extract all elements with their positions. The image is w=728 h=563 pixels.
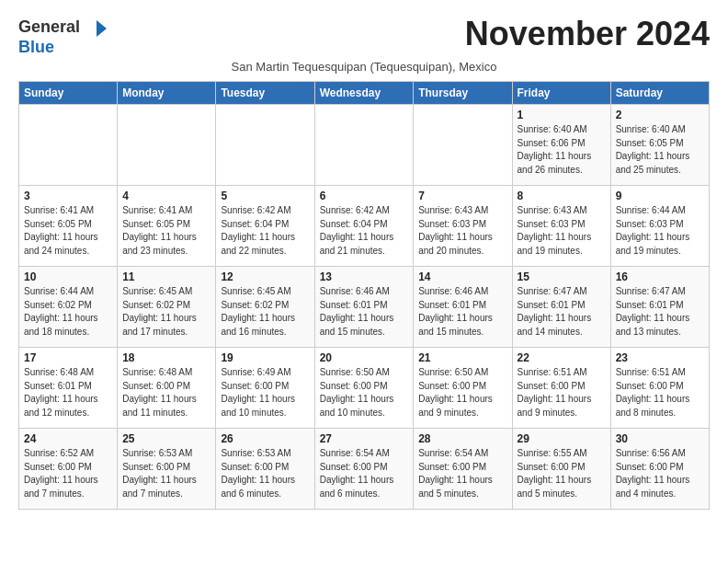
day-info: Sunrise: 6:45 AMSunset: 6:02 PMDaylight:… (122, 285, 210, 339)
calendar-cell: 18Sunrise: 6:48 AMSunset: 6:00 PMDayligh… (118, 348, 216, 429)
calendar-cell: 23Sunrise: 6:51 AMSunset: 6:00 PMDayligh… (610, 348, 709, 429)
day-info: Sunrise: 6:47 AMSunset: 6:01 PMDaylight:… (518, 285, 606, 339)
day-info: Sunrise: 6:50 AMSunset: 6:00 PMDaylight:… (418, 366, 506, 419)
calendar-cell (414, 105, 512, 186)
calendar-cell: 8Sunrise: 6:43 AMSunset: 6:03 PMDaylight… (512, 186, 610, 267)
calendar-cell: 14Sunrise: 6:46 AMSunset: 6:01 PMDayligh… (414, 267, 512, 348)
day-info: Sunrise: 6:44 AMSunset: 6:03 PMDaylight:… (616, 204, 704, 258)
day-number: 20 (320, 351, 409, 364)
day-info: Sunrise: 6:51 AMSunset: 6:00 PMDaylight:… (616, 366, 704, 419)
day-info: Sunrise: 6:43 AMSunset: 6:03 PMDaylight:… (418, 204, 506, 258)
day-number: 16 (616, 270, 704, 283)
day-info: Sunrise: 6:48 AMSunset: 6:00 PMDaylight:… (122, 366, 210, 419)
logo: General Blue (18, 18, 107, 56)
day-number: 5 (221, 190, 309, 202)
day-number: 23 (616, 351, 704, 364)
calendar-cell: 21Sunrise: 6:50 AMSunset: 6:00 PMDayligh… (414, 348, 512, 429)
day-info: Sunrise: 6:56 AMSunset: 6:00 PMDaylight:… (616, 447, 704, 500)
day-info: Sunrise: 6:45 AMSunset: 6:02 PMDaylight:… (221, 285, 309, 339)
day-info: Sunrise: 6:52 AMSunset: 6:00 PMDaylight:… (24, 447, 112, 500)
calendar-cell: 19Sunrise: 6:49 AMSunset: 6:00 PMDayligh… (216, 348, 314, 429)
subtitle: San Martin Tequesquipan (Tequesquipan), … (18, 60, 710, 74)
day-info: Sunrise: 6:49 AMSunset: 6:00 PMDaylight:… (221, 366, 309, 419)
calendar-cell: 2Sunrise: 6:40 AMSunset: 6:05 PMDaylight… (610, 105, 709, 186)
calendar-cell: 25Sunrise: 6:53 AMSunset: 6:00 PMDayligh… (118, 429, 216, 510)
weekday-header: Tuesday (216, 82, 314, 105)
logo-general: General (18, 17, 80, 36)
day-info: Sunrise: 6:50 AMSunset: 6:00 PMDaylight:… (320, 366, 409, 419)
calendar-cell: 9Sunrise: 6:44 AMSunset: 6:03 PMDaylight… (610, 186, 709, 267)
calendar-cell: 15Sunrise: 6:47 AMSunset: 6:01 PMDayligh… (512, 267, 610, 348)
calendar-cell: 20Sunrise: 6:50 AMSunset: 6:00 PMDayligh… (314, 348, 414, 429)
day-info: Sunrise: 6:47 AMSunset: 6:01 PMDaylight:… (616, 285, 704, 339)
calendar-cell: 30Sunrise: 6:56 AMSunset: 6:00 PMDayligh… (610, 429, 709, 510)
day-number: 15 (518, 270, 606, 283)
day-number: 12 (221, 270, 309, 283)
day-info: Sunrise: 6:51 AMSunset: 6:00 PMDaylight:… (518, 366, 606, 419)
header: General Blue November 2024 (18, 15, 710, 56)
calendar-cell: 26Sunrise: 6:53 AMSunset: 6:00 PMDayligh… (216, 429, 314, 510)
logo-text: General (18, 18, 107, 39)
day-number: 30 (616, 432, 704, 445)
day-number: 6 (320, 190, 409, 202)
weekday-header: Monday (118, 82, 216, 105)
day-info: Sunrise: 6:53 AMSunset: 6:00 PMDaylight:… (221, 447, 309, 500)
day-number: 7 (418, 190, 506, 202)
calendar-cell: 4Sunrise: 6:41 AMSunset: 6:05 PMDaylight… (118, 186, 216, 267)
calendar-cell: 11Sunrise: 6:45 AMSunset: 6:02 PMDayligh… (118, 267, 216, 348)
calendar-cell: 27Sunrise: 6:54 AMSunset: 6:00 PMDayligh… (314, 429, 414, 510)
day-info: Sunrise: 6:42 AMSunset: 6:04 PMDaylight:… (320, 204, 409, 258)
day-info: Sunrise: 6:46 AMSunset: 6:01 PMDaylight:… (418, 285, 506, 339)
calendar-cell: 7Sunrise: 6:43 AMSunset: 6:03 PMDaylight… (414, 186, 512, 267)
calendar-cell: 22Sunrise: 6:51 AMSunset: 6:00 PMDayligh… (512, 348, 610, 429)
day-number: 13 (320, 270, 409, 283)
day-number: 25 (122, 432, 210, 445)
calendar-cell: 16Sunrise: 6:47 AMSunset: 6:01 PMDayligh… (610, 267, 709, 348)
weekday-header: Wednesday (314, 82, 414, 105)
day-number: 10 (24, 270, 112, 283)
day-number: 11 (122, 270, 210, 283)
calendar-cell: 10Sunrise: 6:44 AMSunset: 6:02 PMDayligh… (19, 267, 118, 348)
calendar-cell: 1Sunrise: 6:40 AMSunset: 6:06 PMDaylight… (512, 105, 610, 186)
svg-marker-0 (97, 20, 107, 37)
day-info: Sunrise: 6:42 AMSunset: 6:04 PMDaylight:… (221, 204, 309, 258)
day-info: Sunrise: 6:53 AMSunset: 6:00 PMDaylight:… (122, 447, 210, 500)
month-title: November 2024 (465, 15, 710, 53)
day-number: 27 (320, 432, 409, 445)
calendar-cell: 12Sunrise: 6:45 AMSunset: 6:02 PMDayligh… (216, 267, 314, 348)
day-number: 24 (24, 432, 112, 445)
day-info: Sunrise: 6:43 AMSunset: 6:03 PMDaylight:… (518, 204, 606, 258)
logo-blue: Blue (18, 38, 54, 56)
calendar-cell (19, 105, 118, 186)
day-number: 26 (221, 432, 309, 445)
day-number: 1 (518, 109, 606, 121)
day-number: 18 (122, 351, 210, 364)
day-number: 3 (24, 190, 112, 202)
day-number: 22 (518, 351, 606, 364)
day-number: 19 (221, 351, 309, 364)
day-info: Sunrise: 6:40 AMSunset: 6:05 PMDaylight:… (616, 123, 704, 177)
calendar-cell: 3Sunrise: 6:41 AMSunset: 6:05 PMDaylight… (19, 186, 118, 267)
day-number: 17 (24, 351, 112, 364)
calendar-cell: 28Sunrise: 6:54 AMSunset: 6:00 PMDayligh… (414, 429, 512, 510)
weekday-header: Friday (512, 82, 610, 105)
day-number: 2 (616, 109, 704, 121)
calendar-cell (314, 105, 414, 186)
day-info: Sunrise: 6:41 AMSunset: 6:05 PMDaylight:… (24, 204, 112, 258)
day-info: Sunrise: 6:55 AMSunset: 6:00 PMDaylight:… (518, 447, 606, 500)
day-info: Sunrise: 6:48 AMSunset: 6:01 PMDaylight:… (24, 366, 112, 419)
day-info: Sunrise: 6:54 AMSunset: 6:00 PMDaylight:… (418, 447, 506, 500)
calendar-cell: 17Sunrise: 6:48 AMSunset: 6:01 PMDayligh… (19, 348, 118, 429)
day-info: Sunrise: 6:54 AMSunset: 6:00 PMDaylight:… (320, 447, 409, 500)
day-info: Sunrise: 6:40 AMSunset: 6:06 PMDaylight:… (518, 123, 606, 177)
day-number: 4 (122, 190, 210, 202)
day-number: 8 (518, 190, 606, 202)
weekday-header: Sunday (19, 82, 118, 105)
calendar-cell: 24Sunrise: 6:52 AMSunset: 6:00 PMDayligh… (19, 429, 118, 510)
day-info: Sunrise: 6:41 AMSunset: 6:05 PMDaylight:… (122, 204, 210, 258)
day-info: Sunrise: 6:46 AMSunset: 6:01 PMDaylight:… (320, 285, 409, 339)
calendar-cell: 6Sunrise: 6:42 AMSunset: 6:04 PMDaylight… (314, 186, 414, 267)
logo-flag-icon (86, 18, 107, 39)
day-number: 14 (418, 270, 506, 283)
weekday-header: Thursday (414, 82, 512, 105)
